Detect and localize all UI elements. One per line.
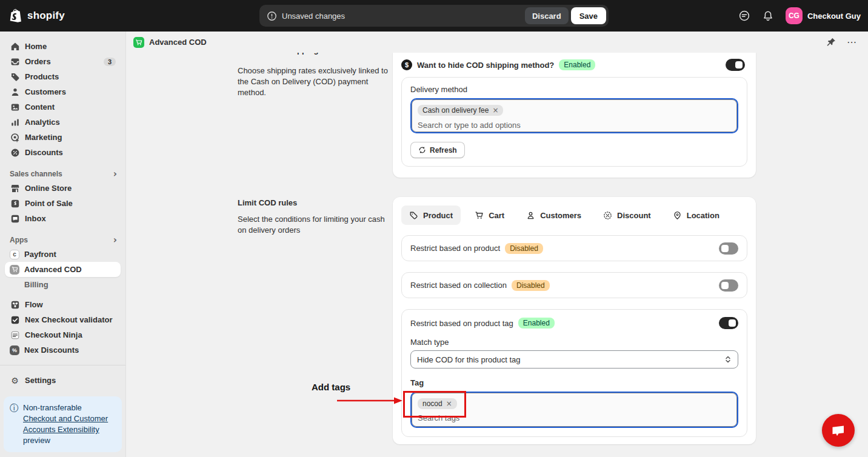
sidebar-item-flow[interactable]: Flow xyxy=(5,297,121,312)
overflow-menu-icon[interactable]: ⋯ xyxy=(847,36,857,48)
page-title: Advanced COD xyxy=(149,38,207,47)
tab-label: Cart xyxy=(489,211,504,220)
gear-icon: ⚙ xyxy=(10,375,20,385)
rule-row-product: Restrict based on product Disabled xyxy=(401,235,747,261)
alert-icon xyxy=(267,11,277,21)
sidebar-item-label: Point of Sale xyxy=(25,199,73,208)
info-icon: ⓘ xyxy=(10,402,18,446)
save-button[interactable]: Save xyxy=(571,7,606,24)
hide-cod-label: Want to hide COD shipping method? xyxy=(417,61,554,70)
sidebar-item-payfront[interactable]: c Payfront xyxy=(5,247,121,262)
chat-widget-button[interactable] xyxy=(822,414,855,447)
delivery-method-group: Delivery method Cash on delivery fee × S… xyxy=(401,77,747,167)
hide-cod-toggle-row: $ Want to hide COD shipping method? Enab… xyxy=(393,53,756,71)
location-pin-icon xyxy=(673,211,682,220)
rule-box-product-tag: Restrict based on product tag Enabled Ma… xyxy=(401,309,747,437)
rule-tag-toggle[interactable] xyxy=(719,317,738,329)
admin-chat-icon[interactable] xyxy=(738,10,750,22)
rule-product-toggle[interactable] xyxy=(719,242,738,255)
tab-product[interactable]: Product xyxy=(401,205,461,225)
advanced-cod-app-icon xyxy=(10,265,19,275)
user-menu[interactable]: CG Checkout Guy xyxy=(786,7,861,24)
clipped-scrolled-heading: Choose shipping rates exclusively linked… xyxy=(255,53,367,56)
sidebar-item-products[interactable]: Products xyxy=(5,69,121,84)
avatar: CG xyxy=(786,7,803,24)
select-caret-icon xyxy=(724,355,732,364)
match-type-label: Match type xyxy=(410,338,738,347)
match-type-select[interactable]: Hide COD for this product tag xyxy=(410,350,738,369)
sales-channels-header[interactable]: Sales channels › xyxy=(0,167,125,181)
sidebar-item-online-store[interactable]: Online Store xyxy=(5,181,121,196)
chevron-right-icon: › xyxy=(113,236,117,245)
tab-customers[interactable]: Customers xyxy=(518,205,589,225)
flow-app-icon xyxy=(10,299,20,310)
sidebar-item-label: Billing xyxy=(24,280,48,289)
rule-label: Restrict based on product tag xyxy=(410,319,513,328)
sidebar-item-settings[interactable]: ⚙ Settings xyxy=(5,373,121,388)
extensibility-notice: ⓘ Non-transferable Checkout and Customer… xyxy=(4,396,122,452)
main-content: Choose shipping rates exclusively linked… xyxy=(126,53,868,457)
nex-checkout-validator-app-icon xyxy=(10,315,20,325)
notice-text: Non-transferable Checkout and Customer A… xyxy=(23,402,116,446)
discounts-icon xyxy=(10,147,20,158)
home-icon xyxy=(10,41,20,52)
sidebar-item-discounts[interactable]: Discounts xyxy=(5,145,121,160)
page-header: Advanced COD ⋯ xyxy=(126,32,868,53)
apps-header[interactable]: Apps › xyxy=(0,233,125,247)
sidebar-item-home[interactable]: Home xyxy=(5,39,121,54)
sidebar-item-label: Inbox xyxy=(25,214,46,223)
sidebar-item-customers[interactable]: Customers xyxy=(5,84,121,99)
shopify-logo[interactable]: shopify xyxy=(10,8,65,23)
shopify-logo-icon xyxy=(10,8,23,23)
sidebar-item-inbox[interactable]: Inbox xyxy=(5,211,121,226)
tab-discount[interactable]: Discount xyxy=(595,205,659,225)
status-badge-disabled: Disabled xyxy=(505,243,543,254)
sidebar: Home Orders 3 Products Customers Content… xyxy=(0,32,126,457)
sidebar-item-label: Customers xyxy=(25,87,66,96)
notifications-bell-icon[interactable] xyxy=(763,10,773,22)
sidebar-item-nex-discounts[interactable]: % Nex Discounts xyxy=(5,342,121,358)
rule-label: Restrict based on collection xyxy=(410,281,507,290)
tag-label: Tag xyxy=(410,378,738,387)
sidebar-item-checkout-ninja[interactable]: Checkout Ninja xyxy=(5,327,121,342)
sidebar-item-analytics[interactable]: Analytics xyxy=(5,115,121,130)
tab-cart[interactable]: Cart xyxy=(467,205,512,225)
remove-option-icon[interactable]: × xyxy=(492,106,498,115)
rule-row-collection: Restrict based on collection Disabled xyxy=(401,272,747,298)
notice-suffix: preview xyxy=(23,436,50,445)
sidebar-item-label: Analytics xyxy=(25,118,60,127)
discard-button[interactable]: Discard xyxy=(525,7,569,24)
topbar-right: CG Checkout Guy xyxy=(738,0,861,32)
apps-header-label: Apps xyxy=(10,236,28,244)
chevron-right-icon: › xyxy=(113,170,117,179)
orders-icon xyxy=(10,56,20,67)
products-tag-icon xyxy=(10,72,20,82)
sidebar-item-marketing[interactable]: Marketing xyxy=(5,130,121,145)
limit-cod-rules-title: Limit COD rules xyxy=(238,198,297,207)
shipping-section-description: Choose shipping rates exclusively linked… xyxy=(238,65,388,98)
hide-cod-toggle[interactable] xyxy=(726,59,745,71)
sidebar-item-label: Checkout Ninja xyxy=(25,330,82,339)
payfront-app-icon: c xyxy=(10,250,19,259)
sidebar-item-advanced-cod[interactable]: Advanced COD xyxy=(5,262,121,277)
sidebar-item-orders[interactable]: Orders 3 xyxy=(5,54,121,69)
tab-location[interactable]: Location xyxy=(665,205,727,225)
extensibility-preview-link[interactable]: Checkout and Customer Accounts Extensibi… xyxy=(23,414,108,434)
unsaved-changes-bar: Unsaved changes Discard Save xyxy=(259,5,609,27)
sidebar-item-point-of-sale[interactable]: Point of Sale xyxy=(5,196,121,211)
advanced-cod-app-icon-large xyxy=(133,37,144,48)
sidebar-item-nex-checkout-validator[interactable]: Nex Checkout validator xyxy=(5,312,121,327)
sidebar-item-label: Discounts xyxy=(25,148,63,157)
analytics-icon xyxy=(10,117,20,127)
sidebar-item-content[interactable]: Content xyxy=(5,99,121,115)
delivery-method-input[interactable]: Cash on delivery fee × Search or type to… xyxy=(410,98,738,133)
sidebar-item-label: Home xyxy=(25,42,47,51)
pin-icon[interactable] xyxy=(827,38,836,47)
sidebar-item-billing[interactable]: Billing xyxy=(5,277,121,292)
refresh-button[interactable]: Refresh xyxy=(410,142,465,158)
cart-icon xyxy=(475,211,484,220)
rule-collection-toggle[interactable] xyxy=(719,279,738,292)
point-of-sale-icon xyxy=(10,198,20,208)
rule-tag-toggle-row: Restrict based on product tag Enabled xyxy=(410,317,738,329)
limit-cod-rules-description: Select the conditions for limiting your … xyxy=(238,214,390,236)
